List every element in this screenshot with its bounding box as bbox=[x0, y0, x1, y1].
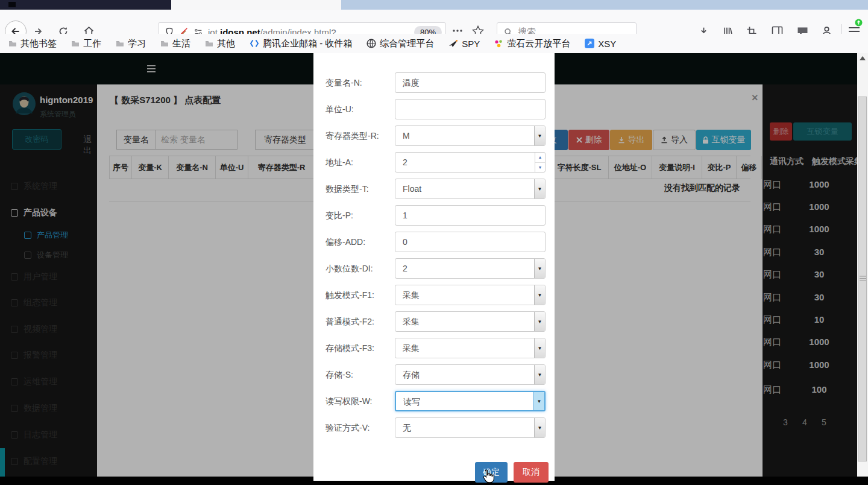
select-register-type[interactable]: M▼ bbox=[395, 125, 546, 146]
dropdown-arrow-icon[interactable]: ▼ bbox=[534, 338, 545, 358]
bookmark-link-4[interactable]: XSY bbox=[585, 39, 616, 49]
field-label-address: 地址-A: bbox=[326, 152, 353, 173]
titlebar-chip bbox=[8, 2, 16, 7]
field-value: 1 bbox=[403, 206, 407, 225]
field-label-verify-mode: 验证方式-V: bbox=[326, 417, 370, 438]
dropdown-arrow-icon[interactable]: ▼ bbox=[533, 392, 544, 410]
bookmark-label: 综合管理平台 bbox=[380, 38, 434, 49]
dropdown-arrow-icon[interactable]: ▼ bbox=[534, 179, 545, 198]
folder-icon bbox=[205, 40, 213, 47]
select-decimal-digits[interactable]: 2▼ bbox=[395, 258, 546, 279]
input-address[interactable]: 2▲▼ bbox=[395, 152, 546, 173]
select-trigger-mode[interactable]: 采集▼ bbox=[395, 285, 546, 305]
bookmark-label: 萤石云开放平台 bbox=[507, 38, 570, 49]
field-value: 无 bbox=[403, 418, 411, 437]
folder-icon bbox=[8, 40, 17, 47]
dropdown-arrow-icon[interactable]: ▼ bbox=[534, 259, 545, 278]
select-data-type[interactable]: Float▼ bbox=[395, 179, 546, 199]
bookmark-folder-4[interactable]: 其他 bbox=[205, 38, 235, 49]
bookmarks-bar: 其他书签工作学习生活其他腾讯企业邮箱 - 收件箱综合管理平台SPY萤石云开放平台… bbox=[0, 34, 868, 53]
mouse-cursor bbox=[481, 469, 494, 485]
folder-icon bbox=[160, 40, 169, 47]
dropdown-arrow-icon[interactable]: ▼ bbox=[534, 312, 545, 331]
field-value: 采集 bbox=[403, 312, 420, 331]
input-offset[interactable]: 0 bbox=[395, 232, 546, 252]
field-value: M bbox=[403, 126, 410, 145]
spy-icon bbox=[448, 39, 458, 48]
select-rw-permission[interactable]: 读写▼ bbox=[395, 391, 546, 411]
bookmark-link-0[interactable]: 腾讯企业邮箱 - 收件箱 bbox=[250, 38, 352, 49]
bookmark-label: 其他 bbox=[217, 38, 235, 49]
edit-variable-modal: 变量名-N:温度单位-U:寄存器类型-R:M▼地址-A:2▲▼数据类型-T:Fl… bbox=[313, 53, 555, 481]
xsy-icon bbox=[585, 39, 594, 48]
input-unit[interactable] bbox=[395, 99, 546, 119]
bookmark-folder-3[interactable]: 生活 bbox=[160, 38, 190, 49]
field-value: 2 bbox=[403, 259, 407, 278]
spinner-up-icon[interactable]: ▲ bbox=[535, 153, 545, 163]
bookmark-label: SPY bbox=[462, 39, 480, 49]
cancel-button[interactable]: 取消 bbox=[514, 462, 549, 483]
hand-cursor-icon bbox=[481, 469, 494, 484]
field-value: 存储 bbox=[403, 365, 420, 384]
field-label-trigger-mode: 触发模式-F1: bbox=[326, 285, 374, 305]
folder-icon bbox=[71, 40, 80, 47]
bookmark-folder-2[interactable]: 学习 bbox=[116, 38, 146, 49]
field-label-data-type: 数据类型-T: bbox=[326, 179, 369, 199]
dropdown-arrow-icon[interactable]: ▼ bbox=[534, 418, 545, 437]
field-value: 0 bbox=[403, 232, 407, 252]
field-value: 采集 bbox=[403, 338, 420, 358]
spinner-down-icon[interactable]: ▼ bbox=[535, 163, 545, 173]
bookmark-link-1[interactable]: 综合管理平台 bbox=[366, 38, 434, 49]
field-label-normal-mode: 普通模式-F2: bbox=[326, 311, 374, 332]
bookmark-folder-1[interactable]: 工作 bbox=[71, 38, 101, 49]
web-page: hignton2019 系统管理员 改密码 退出 系统管理产品设备产品管理设备管… bbox=[0, 53, 868, 485]
select-storage[interactable]: 存储▼ bbox=[395, 364, 546, 385]
dropdown-arrow-icon[interactable]: ▼ bbox=[534, 285, 545, 305]
ezviz-icon bbox=[494, 39, 503, 48]
ellipsis-icon bbox=[452, 29, 463, 33]
field-label-variable-name: 变量名-N: bbox=[326, 72, 362, 93]
field-label-offset: 偏移-ADD: bbox=[326, 232, 365, 252]
scrollbar-grip-icon bbox=[860, 276, 866, 281]
field-label-decimal-digits: 小数位数-DI: bbox=[326, 258, 373, 279]
window-titlebar bbox=[0, 0, 868, 10]
field-label-storage-mode: 存储模式-F3: bbox=[326, 338, 374, 358]
number-spinner[interactable]: ▲▼ bbox=[535, 153, 545, 172]
field-value: 2 bbox=[403, 153, 407, 172]
field-value: 采集 bbox=[403, 285, 420, 305]
dropdown-arrow-icon[interactable]: ▼ bbox=[534, 126, 545, 145]
field-label-rw-permission: 读写权限-W: bbox=[326, 391, 373, 411]
field-label-ratio: 变比-P: bbox=[326, 205, 353, 226]
select-verify-mode[interactable]: 无▼ bbox=[395, 417, 546, 438]
folder-icon bbox=[116, 40, 124, 47]
page-actions-button[interactable] bbox=[452, 29, 463, 33]
bookmark-label: 腾讯企业邮箱 - 收件箱 bbox=[263, 38, 352, 49]
scroll-up-icon bbox=[860, 56, 866, 60]
bookmark-link-2[interactable]: SPY bbox=[448, 39, 480, 49]
dropdown-arrow-icon[interactable]: ▼ bbox=[534, 365, 545, 384]
bookmark-label: XSY bbox=[598, 39, 616, 49]
select-normal-mode[interactable]: 采集▼ bbox=[395, 311, 546, 332]
titlebar-light-segment bbox=[171, 0, 341, 10]
field-value: 读写 bbox=[403, 392, 420, 411]
field-value: Float bbox=[403, 179, 421, 198]
input-variable-name[interactable]: 温度 bbox=[395, 72, 546, 93]
bookmark-folder-0[interactable]: 其他书签 bbox=[8, 38, 57, 49]
field-label-storage: 存储-S: bbox=[326, 364, 353, 385]
field-label-register-type: 寄存器类型-R: bbox=[326, 125, 379, 146]
scrollbar-thumb[interactable] bbox=[858, 97, 867, 461]
bookmark-label: 生活 bbox=[172, 38, 190, 49]
select-storage-mode[interactable]: 采集▼ bbox=[395, 338, 546, 358]
bookmark-link-3[interactable]: 萤石云开放平台 bbox=[494, 38, 570, 49]
field-label-unit: 单位-U: bbox=[326, 99, 354, 119]
bookmark-label: 学习 bbox=[128, 38, 146, 49]
browser-toolbar: iot.idosp.net/admin/index.html? 80% 搜索 bbox=[0, 10, 868, 34]
input-ratio[interactable]: 1 bbox=[395, 205, 546, 226]
green-up-arrow-icon bbox=[855, 19, 863, 27]
titlebar-active-segment bbox=[0, 0, 171, 10]
tencent-mail-icon bbox=[250, 39, 259, 48]
globe-icon bbox=[366, 39, 376, 48]
field-value: 温度 bbox=[403, 73, 420, 92]
browser-scrollbar[interactable] bbox=[857, 53, 868, 485]
titlebar-blue-segment bbox=[341, 0, 868, 10]
